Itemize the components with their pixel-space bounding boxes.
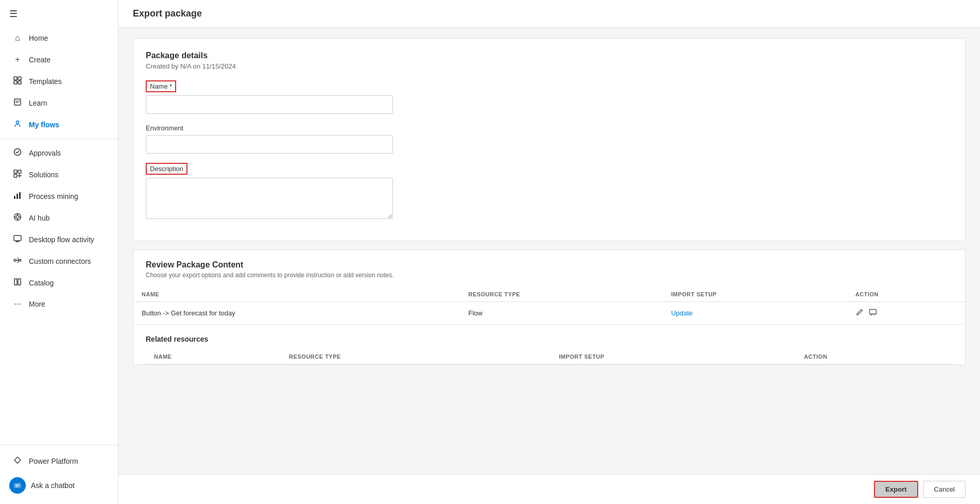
table-row: Button -> Get forecast for today Flow Up… xyxy=(133,302,965,325)
sidebar-label-approvals: Approvals xyxy=(29,149,61,157)
sidebar-item-approvals[interactable]: Approvals xyxy=(3,143,115,163)
my-flows-icon xyxy=(12,120,23,130)
svg-rect-11 xyxy=(14,174,17,177)
sidebar-label-catalog: Catalog xyxy=(29,279,54,287)
content-area: Package details Created by N/A on 11/15/… xyxy=(118,28,980,406)
description-textarea[interactable] xyxy=(146,178,393,219)
sidebar: ☰ ⌂ Home ＋ Create Templates Learn My flo… xyxy=(0,0,118,504)
cancel-button[interactable]: Cancel xyxy=(923,481,966,498)
svg-rect-9 xyxy=(14,170,17,173)
home-icon: ⌂ xyxy=(12,33,23,43)
chatbot-label: Ask a chatbot xyxy=(31,481,75,490)
svg-point-15 xyxy=(16,215,19,219)
name-label: Name * xyxy=(146,80,176,92)
package-details-title: Package details xyxy=(146,51,953,60)
description-label: Description xyxy=(146,163,187,175)
svg-rect-12 xyxy=(14,196,15,199)
sidebar-item-custom-connectors[interactable]: Custom connectors xyxy=(3,251,115,272)
sidebar-label-my-flows: My flows xyxy=(29,121,59,129)
related-col-name: NAME xyxy=(146,349,281,364)
name-input[interactable] xyxy=(146,95,393,114)
sidebar-label-home: Home xyxy=(29,34,48,42)
description-field-group: Description xyxy=(146,163,953,219)
related-col-resource-type: RESOURCE TYPE xyxy=(281,349,551,364)
svg-point-7 xyxy=(16,121,19,124)
related-col-action: ACTION xyxy=(796,349,953,364)
row-resource-type: Flow xyxy=(460,302,663,325)
sidebar-label-solutions: Solutions xyxy=(29,171,59,179)
review-package-card: Review Package Content Choose your expor… xyxy=(133,249,966,365)
svg-rect-0 xyxy=(14,77,17,80)
svg-rect-27 xyxy=(18,279,21,285)
main-content: Export package Package details Created b… xyxy=(118,0,980,504)
svg-rect-1 xyxy=(18,77,21,80)
col-header-name: NAME xyxy=(133,287,460,302)
svg-rect-29 xyxy=(869,310,876,314)
svg-rect-10 xyxy=(18,170,21,173)
environment-label: Environment xyxy=(146,124,183,132)
import-setup-link[interactable]: Update xyxy=(671,309,693,317)
sidebar-item-templates[interactable]: Templates xyxy=(3,71,115,92)
edit-icon[interactable] xyxy=(855,308,864,318)
ai-hub-icon xyxy=(12,213,23,223)
svg-rect-14 xyxy=(19,192,21,199)
sidebar-item-process-mining[interactable]: Process mining xyxy=(3,186,115,207)
sidebar-item-desktop-flow-activity[interactable]: Desktop flow activity xyxy=(3,229,115,250)
learn-icon xyxy=(12,98,23,108)
environment-field-group: Environment xyxy=(146,123,953,154)
sidebar-item-power-platform[interactable]: Power Platform xyxy=(3,451,115,472)
sidebar-label-custom-connectors: Custom connectors xyxy=(29,257,91,265)
related-resources-section: Related resources NAME RESOURCE TYPE IMP… xyxy=(133,325,965,364)
row-action xyxy=(847,302,965,325)
sidebar-item-create[interactable]: ＋ Create xyxy=(3,49,115,70)
process-mining-icon xyxy=(12,191,23,201)
sidebar-item-catalog[interactable]: Catalog xyxy=(3,273,115,293)
col-header-import-setup: IMPORT SETUP xyxy=(663,287,847,302)
comment-icon[interactable] xyxy=(869,308,877,318)
create-icon: ＋ xyxy=(12,54,23,65)
sidebar-item-learn[interactable]: Learn xyxy=(3,93,115,113)
templates-icon xyxy=(12,76,23,87)
catalog-icon xyxy=(12,278,23,288)
sidebar-label-ai-hub: AI hub xyxy=(29,214,49,222)
sidebar-label-desktop-flow-activity: Desktop flow activity xyxy=(29,236,94,244)
related-table-header-row: NAME RESOURCE TYPE IMPORT SETUP ACTION xyxy=(146,349,953,364)
sidebar-item-ai-hub[interactable]: AI hub xyxy=(3,208,115,228)
row-name: Button -> Get forecast for today xyxy=(133,302,460,325)
footer-bar: Export Cancel xyxy=(118,474,980,504)
hamburger-menu[interactable]: ☰ xyxy=(0,0,118,28)
chatbot-button[interactable]: Ask a chatbot xyxy=(0,472,118,499)
package-details-subtitle: Created by N/A on 11/15/2024 xyxy=(146,62,953,70)
row-import-setup: Update xyxy=(663,302,847,325)
col-header-resource-type: RESOURCE TYPE xyxy=(460,287,663,302)
sidebar-item-solutions[interactable]: Solutions xyxy=(3,164,115,185)
review-table-header-row: NAME RESOURCE TYPE IMPORT SETUP ACTION xyxy=(133,287,965,302)
action-icons xyxy=(855,308,957,318)
svg-point-24 xyxy=(14,259,16,261)
svg-rect-26 xyxy=(14,279,17,285)
custom-connectors-icon xyxy=(12,256,23,266)
related-col-import-setup: IMPORT SETUP xyxy=(551,349,796,364)
related-resources-title: Related resources xyxy=(146,335,953,343)
col-header-action: ACTION xyxy=(847,287,965,302)
sidebar-bottom: Power Platform Ask a chatbot xyxy=(0,445,118,504)
page-header: Export package xyxy=(118,0,980,28)
sidebar-item-my-flows[interactable]: My flows xyxy=(3,114,115,135)
sidebar-label-power-platform: Power Platform xyxy=(29,457,78,465)
svg-rect-21 xyxy=(14,236,21,241)
name-field-group: Name * xyxy=(146,80,953,114)
solutions-icon xyxy=(12,170,23,180)
more-icon: ··· xyxy=(12,299,23,309)
power-platform-icon xyxy=(12,456,23,466)
svg-point-25 xyxy=(19,259,21,261)
sidebar-label-more: More xyxy=(29,300,45,308)
export-button[interactable]: Export xyxy=(874,481,918,498)
svg-rect-2 xyxy=(14,81,17,84)
related-resources-table: NAME RESOURCE TYPE IMPORT SETUP ACTION xyxy=(146,349,953,364)
approvals-icon xyxy=(12,148,23,158)
sidebar-item-home[interactable]: ⌂ Home xyxy=(3,28,115,48)
sidebar-item-more[interactable]: ··· More xyxy=(3,294,115,314)
svg-rect-3 xyxy=(18,81,21,84)
environment-input[interactable] xyxy=(146,135,393,154)
review-header: Review Package Content Choose your expor… xyxy=(133,250,965,279)
